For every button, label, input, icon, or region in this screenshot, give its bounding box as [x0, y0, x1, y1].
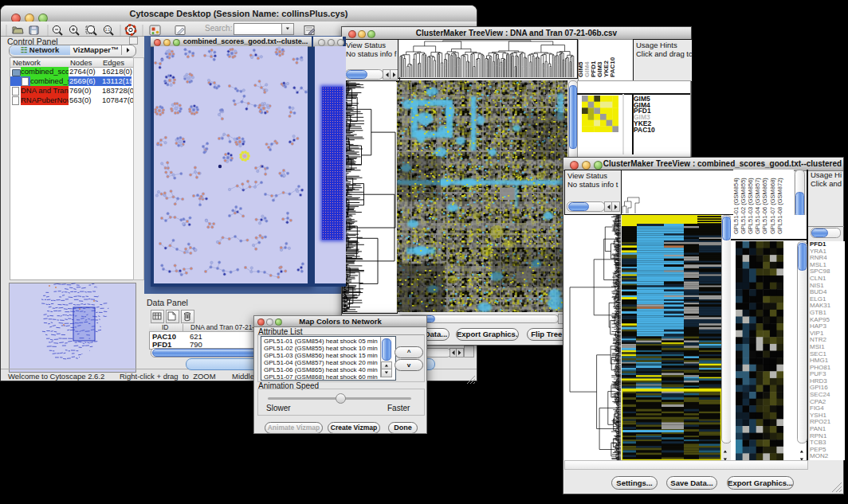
svg-text:PAC10: PAC10 [609, 57, 616, 77]
svg-text:GPL51-07 (GSM868): GPL51-07 (GSM868) [769, 178, 776, 234]
svg-text:GPL51-02 (GSM855): GPL51-02 (GSM855) [740, 178, 747, 234]
svg-text:GPL51-06 (GSM865): GPL51-06 (GSM865) [761, 178, 768, 234]
svg-text:GPL51-08 (GSM872): GPL51-08 (GSM872) [776, 178, 783, 234]
svg-text:GPL51-04 (GSM857): GPL51-04 (GSM857) [754, 178, 761, 234]
svg-text:GPL51-01 (GSM854): GPL51-01 (GSM854) [732, 178, 740, 234]
svg-text:GPL51-03 (GSM856): GPL51-03 (GSM856) [747, 178, 754, 234]
